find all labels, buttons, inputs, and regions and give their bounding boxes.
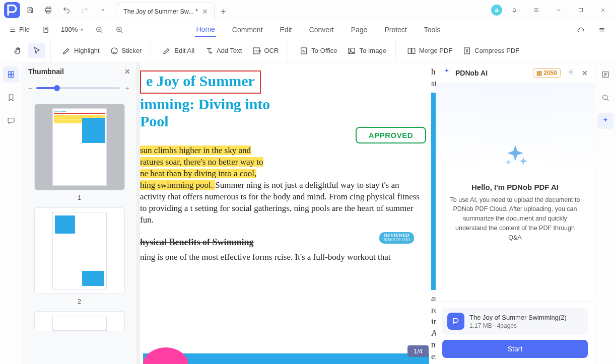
doc-title-line3: Pool [140, 113, 169, 130]
file-menu-label: File [19, 26, 30, 33]
thumb-zoom-in-icon[interactable]: ＋ [124, 84, 130, 93]
svg-text:OCR: OCR [255, 50, 261, 53]
properties-icon[interactable] [597, 66, 613, 83]
thumbnails-icon[interactable] [3, 66, 19, 83]
doc-paragraph-2: ning is one of the most effective forms … [140, 252, 420, 263]
ai-hello: Hello, I'm PDNob PDF AI [471, 183, 559, 191]
zoom-out-icon[interactable] [91, 22, 107, 38]
svg-point-7 [111, 48, 117, 54]
doc-title-line1: e Joy of Summer [146, 72, 255, 89]
ai-settings-icon[interactable] [568, 68, 575, 77]
thumbnail-page-2[interactable] [34, 207, 125, 294]
document-tab[interactable]: The Joy of Summer Sw... * ✕ [117, 3, 215, 20]
main-area: Thumbnail ✕ − ＋ Joy of Summer 1 2 e Joy … [0, 62, 616, 364]
thumbnail-page-1[interactable]: Joy of Summer [34, 104, 125, 190]
highlight-tool[interactable]: Highlight [58, 43, 104, 58]
redo-icon[interactable] [77, 2, 93, 18]
approved-stamp: APPROVED [356, 127, 426, 143]
merge-pdf-tool[interactable]: Merge PDF [403, 43, 456, 58]
maximize-icon[interactable] [571, 2, 591, 18]
thumbnail-list[interactable]: Joy of Summer 1 2 [22, 98, 136, 364]
user-avatar[interactable]: a [491, 5, 502, 16]
thumbnail-page-3[interactable] [34, 311, 125, 331]
ai-token-badge[interactable]: ▤ 2050 [533, 68, 561, 78]
more-menu-icon[interactable] [594, 22, 610, 38]
doc-paragraph-1: sun climbs higher in the sky and ratures… [140, 145, 420, 226]
minimize-icon[interactable] [549, 2, 569, 18]
thumbnail-close-icon[interactable]: ✕ [124, 67, 130, 76]
svg-rect-17 [8, 71, 11, 74]
ai-footer: The Joy of Summer Swimming(2) 1.17 MB · … [436, 301, 594, 364]
right-sidebar-strip [594, 62, 616, 364]
thumbnail-zoom-slider[interactable] [36, 87, 120, 89]
close-tab-icon[interactable]: ✕ [202, 8, 208, 16]
thumbnail-zoom: − ＋ [22, 81, 136, 98]
svg-point-13 [350, 49, 351, 50]
menu-comment[interactable]: Comment [231, 23, 264, 37]
compress-pdf-tool[interactable]: Compress PDF [458, 43, 523, 58]
svg-rect-3 [579, 8, 583, 12]
flamingo-float [143, 347, 188, 364]
page-display-icon[interactable] [39, 23, 53, 37]
edit-all-tool[interactable]: Edit All [158, 43, 198, 58]
add-text-tool[interactable]: Add Text [200, 43, 246, 58]
file-menu[interactable]: File [4, 24, 35, 35]
menu-icon[interactable] [526, 2, 546, 18]
to-office-tool[interactable]: WTo Office [295, 43, 341, 58]
menu-protect[interactable]: Protect [383, 23, 407, 37]
ai-large-sparkle-icon [499, 142, 531, 176]
thumbnail-title: Thumbnail [28, 67, 64, 76]
document-view[interactable]: e Joy of Summer imming: Diving into Pool… [137, 62, 436, 364]
ai-file-name: The Joy of Summer Swimming(2) [469, 314, 567, 321]
menu-home[interactable]: Home [195, 22, 216, 37]
search-icon[interactable] [597, 90, 613, 106]
sticker-tool[interactable]: Sticker [106, 43, 146, 58]
close-window-icon[interactable] [593, 2, 613, 18]
svg-rect-21 [8, 118, 14, 122]
zoom-in-icon[interactable] [111, 22, 127, 38]
undo-icon[interactable] [58, 2, 75, 18]
to-image-tool[interactable]: To Image [343, 43, 390, 58]
title-bar: ▾ The Joy of Summer Sw... * ✕ ＋ a [0, 0, 616, 20]
menu-page[interactable]: Page [350, 23, 369, 37]
ai-start-button[interactable]: Start [442, 340, 588, 358]
doc-column-2: health. Regular swimming sessions can st… [429, 62, 436, 364]
pool-image [431, 93, 436, 290]
ai-title: PDNob AI [455, 69, 488, 77]
page-indicator[interactable]: 1/4 [407, 345, 429, 357]
hand-tool[interactable] [9, 43, 26, 58]
svg-point-24 [602, 95, 607, 100]
select-tool[interactable] [28, 43, 45, 58]
document-tab-label: The Joy of Summer Sw... * [123, 8, 198, 15]
ai-file-card: The Joy of Summer Swimming(2) 1.17 MB · … [442, 308, 588, 335]
add-tab-button[interactable]: ＋ [219, 3, 228, 20]
ocr-tool[interactable]: OCROCR [248, 43, 283, 58]
comments-icon[interactable] [3, 113, 19, 129]
zoom-value: 100% [61, 26, 78, 33]
cloud-icon[interactable] [573, 22, 589, 38]
ai-body: Hello, I'm PDNob PDF AI To use AI, you n… [436, 83, 594, 301]
menu-edit[interactable]: Edit [279, 23, 293, 37]
svg-rect-4 [44, 27, 48, 32]
reviewed-stamp: REVIEWED2024/11/29 12:03 [379, 232, 414, 244]
save-icon[interactable] [22, 2, 38, 18]
svg-rect-2 [47, 11, 50, 13]
ai-close-icon[interactable]: ✕ [582, 69, 588, 77]
ai-icon[interactable] [597, 113, 613, 129]
svg-point-22 [570, 71, 572, 73]
app-logo [4, 2, 20, 18]
print-icon[interactable] [40, 2, 56, 18]
titlebar-caret-icon[interactable]: ▾ [95, 2, 111, 18]
zoom-combo[interactable]: 100% ▾ [57, 25, 87, 34]
svg-rect-20 [11, 75, 14, 78]
menu-convert[interactable]: Convert [308, 23, 335, 37]
bell-icon[interactable] [504, 2, 524, 18]
svg-rect-14 [408, 48, 411, 53]
thumbnail-label-2: 2 [28, 298, 130, 305]
thumb-zoom-out-icon[interactable]: − [28, 85, 32, 92]
menu-tools[interactable]: Tools [423, 23, 442, 37]
left-sidebar-strip [0, 62, 22, 364]
document-page: e Joy of Summer imming: Diving into Pool… [140, 62, 429, 364]
svg-rect-18 [11, 71, 14, 74]
bookmarks-icon[interactable] [3, 90, 19, 106]
